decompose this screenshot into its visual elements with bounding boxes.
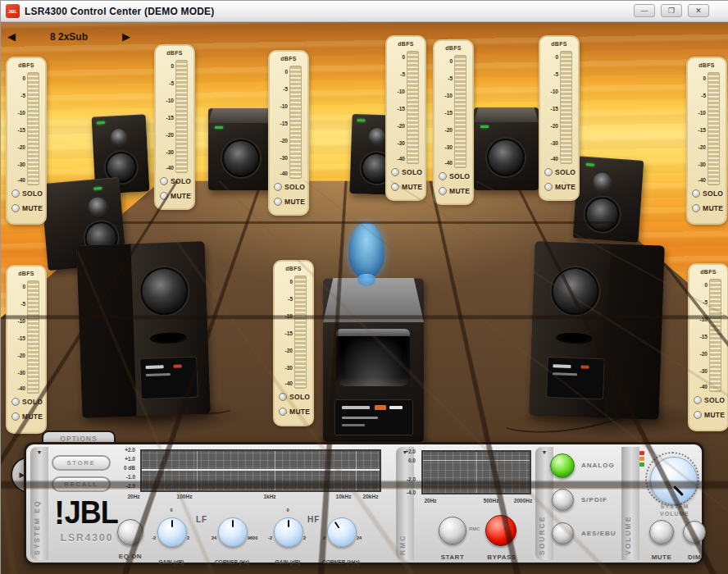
listener-head-figure (348, 222, 384, 278)
solo-button[interactable]: SOLO (11, 396, 46, 407)
recall-button[interactable]: RECALL (52, 476, 111, 492)
knob-pointer-icon (171, 520, 173, 527)
source-aesebu-button[interactable] (552, 522, 574, 544)
system-volume-label: SYSTEM VOLUME (647, 503, 703, 517)
meter-scale: 0-5 -10-15 -20-30 -40 (278, 279, 296, 384)
app-window: JBL LSR4300 Control Center (DEMO MODE) —… (0, 0, 728, 574)
chevron-down-icon: ▼ (535, 449, 553, 455)
rmc-response-graph (421, 450, 531, 494)
next-config-arrow[interactable]: ▶ (122, 30, 130, 44)
knob-pointer-icon (288, 520, 289, 527)
mute-led-icon (439, 187, 447, 195)
volume-level-leds-icon (639, 451, 644, 467)
meter-scale: 0-5 -10-15 -20-30 -40 (273, 69, 291, 174)
maximize-button[interactable]: ❐ (661, 4, 682, 17)
solo-button[interactable]: SOLO (694, 394, 728, 405)
mute-button[interactable]: MUTE (544, 181, 579, 192)
meter-scale: 0-5 -10-15 -20-30 -40 (159, 63, 177, 168)
mute-button[interactable]: MUTE (11, 411, 46, 421)
meter-scale: 0-5 -10-15 -20-30 -40 (691, 75, 709, 180)
rmc-start-button[interactable] (439, 517, 466, 544)
meter-scale: 0-5 -10-15 -20-30 -40 (390, 54, 408, 159)
mute-button[interactable]: MUTE (439, 185, 473, 196)
solo-led-icon (274, 183, 282, 191)
speaker-side-right-monitor (573, 156, 644, 242)
solo-button[interactable]: SOLO (391, 166, 425, 177)
channel-meter: dBFS 0-5 -10-15 -20-30 -40 SOLO MUTE (688, 263, 728, 431)
mute-led-icon (274, 198, 282, 206)
solo-led-icon (391, 168, 399, 176)
meter-unit-label: dBFS (688, 62, 726, 68)
config-selector: ◀ 8 2xSub ▶ (7, 29, 130, 45)
volume-dim-button[interactable] (683, 521, 706, 544)
solo-button[interactable]: SOLO (11, 188, 46, 198)
mute-button[interactable]: MUTE (160, 190, 194, 201)
section-tab-volume[interactable]: VOLUME (621, 447, 639, 560)
rmc-indicator-label: RMC (469, 526, 480, 531)
lf-corner-knob[interactable]: 24 9600 CORNER (Hz) (203, 506, 261, 558)
mute-led-icon (11, 204, 20, 212)
speaker-left-sub (208, 108, 274, 190)
solo-button[interactable]: SOLO (439, 171, 473, 181)
mute-button[interactable]: MUTE (692, 203, 726, 213)
eq-knob[interactable] (327, 517, 357, 547)
source-analog-button[interactable] (550, 453, 575, 478)
meter-unit-label: dBFS (689, 269, 727, 275)
mute-button[interactable]: MUTE (694, 409, 728, 420)
solo-led-icon (694, 396, 702, 404)
mute-led-icon (279, 408, 287, 416)
title-bar: JBL LSR4300 Control Center (DEMO MODE) —… (1, 1, 728, 22)
level-meter-ladder (289, 66, 302, 179)
hf-gain-knob[interactable]: 0 -2 2 GAIN (dB) (259, 506, 316, 558)
rmc-bypass-button[interactable] (485, 515, 516, 546)
jbl-logo: !JBL (48, 494, 124, 531)
channel-meter: dBFS 0-5 -10-15 -20-30 -40 SOLO MUTE (6, 57, 47, 225)
channel-meter: dBFS 0-5 -10-15 -20-30 -40 SOLO MUTE (686, 57, 727, 225)
prev-config-arrow[interactable]: ◀ (7, 30, 16, 44)
level-meter-ladder (560, 51, 572, 164)
close-button[interactable]: ✕ (688, 4, 709, 17)
mute-button[interactable]: MUTE (391, 181, 425, 192)
mute-button[interactable]: MUTE (279, 406, 313, 417)
minimize-button[interactable]: — (634, 4, 655, 17)
eq-knob[interactable] (274, 517, 303, 547)
level-meter-ladder (708, 72, 720, 185)
knob-pointer-icon (232, 520, 234, 527)
solo-led-icon (544, 168, 553, 176)
level-meter-ladder (27, 72, 39, 185)
source-spdif-button[interactable] (552, 489, 574, 511)
speaker-front-right-tower (529, 241, 664, 419)
system-volume-knob[interactable] (650, 457, 698, 504)
store-button[interactable]: STORE (52, 455, 111, 471)
section-tab-rmc[interactable]: ▼ RMC (396, 447, 414, 560)
lf-gain-knob[interactable]: 0 -2 2 GAIN (dB) (143, 506, 200, 558)
eq-knob[interactable] (218, 517, 248, 547)
eq-on-button[interactable] (117, 519, 143, 545)
solo-button[interactable]: SOLO (279, 391, 313, 402)
solo-button[interactable]: SOLO (692, 188, 726, 198)
config-name: 8 2xSub (16, 31, 122, 43)
solo-button[interactable]: SOLO (274, 181, 308, 192)
channel-meter: dBFS 0-5 -10-15 -20-30 -40 SOLO MUTE (268, 50, 309, 216)
solo-led-icon (11, 398, 20, 406)
solo-led-icon (279, 393, 287, 401)
solo-button[interactable]: SOLO (160, 175, 194, 186)
volume-mute-button[interactable] (649, 520, 674, 544)
channel-meter: dBFS 0-5 -10-15 -20-30 -40 SOLO MUTE (385, 35, 426, 201)
eq-knob[interactable] (157, 517, 187, 547)
meter-scale: 0-5 -10-15 -20-30 -40 (11, 75, 29, 180)
mute-button[interactable]: MUTE (274, 196, 308, 207)
jbl-app-icon: JBL (6, 4, 20, 18)
chevron-down-icon: ▼ (30, 449, 48, 455)
hf-corner-knob[interactable]: 2 24 CORNER (kHz) (312, 506, 370, 558)
eq-response-graph (140, 449, 381, 492)
mute-button[interactable]: MUTE (11, 203, 46, 213)
solo-led-icon (11, 189, 20, 198)
solo-button[interactable]: SOLO (544, 166, 579, 177)
channel-meter: dBFS 0-5 -10-15 -20-30 -40 SOLO MUTE (433, 39, 474, 205)
level-meter-ladder (709, 279, 721, 392)
meter-unit-label: dBFS (275, 266, 312, 271)
level-meter-ladder (454, 55, 466, 168)
speaker-center-sub (323, 278, 424, 442)
solo-led-icon (692, 189, 700, 198)
